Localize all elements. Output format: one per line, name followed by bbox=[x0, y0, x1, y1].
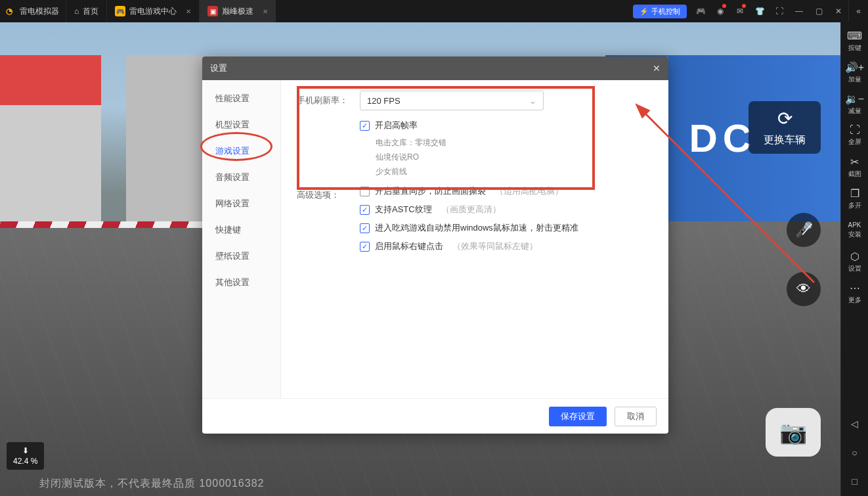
mic-off-icon: 🎤̸ bbox=[795, 221, 813, 238]
refresh-rate-select[interactable]: 120 FPS ⌄ bbox=[360, 91, 544, 110]
ellipsis-icon: ⋯ bbox=[850, 282, 860, 294]
bolt-icon: ⚡ bbox=[640, 7, 649, 16]
multi-window-icon: ❐ bbox=[850, 187, 859, 200]
maximize-icon[interactable]: ▢ bbox=[809, 0, 829, 22]
vsync-label: 开启垂直同步，防止画面撕裂 bbox=[375, 185, 486, 197]
nav-audio[interactable]: 音频设置 bbox=[202, 164, 280, 191]
rail-fullscreen[interactable]: ⛶全屏 bbox=[841, 120, 869, 151]
side-rail: ⌨按键 🔊+加量 🔉−减量 ⛶全屏 ✂截图 ❐多开 APK安装 ⬡设置 ⋯更多 … bbox=[840, 22, 868, 496]
close-icon[interactable]: ✕ bbox=[653, 63, 661, 74]
minimize-icon[interactable]: — bbox=[789, 0, 809, 22]
rail-multi-instance[interactable]: ❐多开 bbox=[841, 183, 869, 214]
right-click-checkbox[interactable]: ✓ bbox=[360, 242, 370, 252]
high-fps-checkbox[interactable]: ✓ bbox=[360, 121, 370, 131]
collapse-rail-icon[interactable]: « bbox=[848, 0, 868, 22]
app-name: 雷电模拟器 bbox=[18, 6, 66, 17]
rail-volume-up[interactable]: 🔊+加量 bbox=[841, 56, 869, 88]
tab-label: 首页 bbox=[83, 6, 98, 17]
view-button[interactable]: 👁 bbox=[787, 272, 821, 306]
nav-hotkeys[interactable]: 快捷键 bbox=[202, 217, 280, 243]
nav-game[interactable]: 游戏设置 bbox=[202, 138, 280, 164]
nav-performance[interactable]: 性能设置 bbox=[202, 85, 280, 112]
mic-mute-button[interactable]: 🎤̸ bbox=[787, 213, 821, 247]
phone-control-label: 手机控制 bbox=[651, 7, 680, 16]
refresh-rate-label: 手机刷新率： bbox=[297, 91, 360, 106]
camera-icon: 📷 bbox=[779, 419, 807, 445]
game-icon: ▣ bbox=[207, 6, 218, 16]
rail-keymap[interactable]: ⌨按键 bbox=[841, 25, 869, 56]
android-home[interactable]: ○ bbox=[841, 438, 869, 467]
nav-wallpaper[interactable]: 壁纸设置 bbox=[202, 243, 280, 269]
android-recent[interactable]: □ bbox=[841, 467, 869, 496]
apk-icon: APK bbox=[848, 221, 861, 229]
download-indicator: ⬇ 42.4 % bbox=[7, 442, 44, 470]
close-icon[interactable]: ✕ bbox=[186, 8, 191, 15]
settings-modal: 设置 ✕ 性能设置 机型设置 游戏设置 音频设置 网络设置 快捷键 壁纸设置 其… bbox=[202, 56, 668, 434]
list-item: 少女前线 bbox=[376, 164, 653, 179]
cancel-button[interactable]: 取消 bbox=[615, 407, 657, 426]
eye-icon: 👁 bbox=[796, 281, 811, 298]
modal-title: 设置 bbox=[210, 62, 227, 74]
rail-settings[interactable]: ⬡设置 bbox=[841, 246, 869, 277]
tab-label: 雷电游戏中心 bbox=[129, 6, 177, 17]
rail-more[interactable]: ⋯更多 bbox=[841, 277, 869, 309]
tab-label: 巅峰极速 bbox=[222, 6, 253, 17]
camera-button[interactable]: 📷 bbox=[766, 408, 821, 457]
nav-model[interactable]: 机型设置 bbox=[202, 112, 280, 138]
phone-control-button[interactable]: ⚡ 手机控制 bbox=[633, 5, 687, 18]
home-icon: ⌂ bbox=[74, 7, 79, 16]
swap-vehicle-button[interactable]: ⟳ 更换车辆 bbox=[749, 101, 821, 154]
nav-other[interactable]: 其他设置 bbox=[202, 269, 280, 296]
app-logo-icon: ◔ bbox=[0, 7, 18, 16]
hex-icon: ⬡ bbox=[850, 250, 859, 263]
rail-volume-down[interactable]: 🔉−减量 bbox=[841, 88, 869, 120]
download-icon: ⬇ bbox=[22, 446, 29, 455]
android-back[interactable]: ◁ bbox=[841, 409, 869, 438]
volume-down-icon: 🔉− bbox=[845, 93, 864, 105]
avatar-icon[interactable]: ◉ bbox=[710, 0, 730, 22]
high-fps-game-list: 电击文库：零境交错 仙境传说RO 少女前线 bbox=[376, 135, 653, 179]
modal-footer: 保存设置 取消 bbox=[202, 398, 668, 434]
modal-header: 设置 ✕ bbox=[202, 56, 668, 80]
gamepad-icon: 🎮 bbox=[115, 6, 125, 16]
advanced-label: 高级选项： bbox=[297, 185, 360, 201]
refresh-icon: ⟳ bbox=[777, 108, 792, 129]
nav-network[interactable]: 网络设置 bbox=[202, 191, 280, 217]
vsync-checkbox[interactable] bbox=[360, 187, 370, 196]
titlebar: ◔ 雷电模拟器 ⌂ 首页 🎮 雷电游戏中心 ✕ ▣ 巅峰极速 ✕ ⚡ 手机控制 … bbox=[0, 0, 868, 22]
mouse-accel-label: 进入吃鸡游戏自动禁用windows鼠标加速，射击更精准 bbox=[375, 222, 578, 234]
settings-side-nav: 性能设置 机型设置 游戏设置 音频设置 网络设置 快捷键 壁纸设置 其他设置 bbox=[202, 80, 281, 398]
tab-gamecenter[interactable]: 🎮 雷电游戏中心 ✕ bbox=[106, 0, 199, 22]
refresh-rate-value: 120 FPS bbox=[367, 96, 401, 106]
theme-icon[interactable]: 👕 bbox=[750, 0, 770, 22]
right-click-label: 启用鼠标右键点击 bbox=[375, 240, 443, 252]
astc-hint: （画质更高清） bbox=[441, 204, 501, 215]
scissors-icon: ✂ bbox=[850, 156, 859, 168]
save-button[interactable]: 保存设置 bbox=[549, 407, 607, 426]
astc-checkbox[interactable]: ✓ bbox=[360, 205, 370, 215]
build-watermark: 封闭测试版本，不代表最终品质 1000016382 bbox=[39, 477, 264, 491]
tab-active-game[interactable]: ▣ 巅峰极速 ✕ bbox=[199, 0, 276, 22]
keyboard-icon: ⌨ bbox=[847, 30, 862, 42]
mail-icon[interactable]: ✉ bbox=[730, 0, 750, 22]
fullscreen-tray-icon[interactable]: ⛶ bbox=[770, 0, 789, 22]
volume-up-icon: 🔊+ bbox=[845, 61, 864, 74]
settings-content: 手机刷新率： 120 FPS ⌄ ✓ 开启高帧率 电击文库：零境交错 仙境传说R… bbox=[281, 80, 668, 398]
right-click-hint: （效果等同鼠标左键） bbox=[452, 240, 538, 252]
gamepad-tray-icon[interactable]: 🎮 bbox=[691, 0, 710, 22]
rail-install-apk[interactable]: APK安装 bbox=[841, 214, 869, 246]
astc-label: 支持ASTC纹理 bbox=[375, 204, 432, 215]
fullscreen-icon: ⛶ bbox=[850, 124, 860, 136]
list-item: 电击文库：零境交错 bbox=[376, 135, 653, 150]
swap-vehicle-label: 更换车辆 bbox=[764, 133, 806, 147]
vsync-hint: （适用高配电脑） bbox=[495, 185, 563, 197]
rail-screenshot[interactable]: ✂截图 bbox=[841, 151, 869, 183]
chevron-down-icon: ⌄ bbox=[529, 96, 536, 106]
list-item: 仙境传说RO bbox=[376, 150, 653, 164]
close-icon[interactable]: ✕ bbox=[263, 8, 268, 15]
download-percent: 42.4 % bbox=[13, 457, 37, 466]
mouse-accel-checkbox[interactable]: ✓ bbox=[360, 223, 370, 233]
high-fps-label: 开启高帧率 bbox=[375, 120, 418, 131]
close-window-icon[interactable]: ✕ bbox=[829, 0, 848, 22]
tab-home[interactable]: ⌂ 首页 bbox=[66, 0, 106, 22]
